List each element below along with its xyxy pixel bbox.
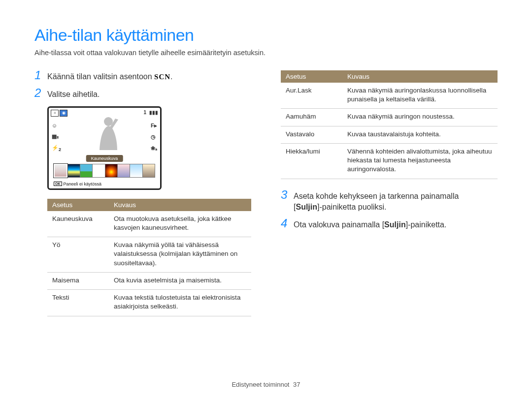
table-row: VastavaloKuvaa taustavalaistuja kohteita… — [281, 126, 498, 143]
face-detect-icon: ☺ — [52, 123, 61, 128]
size-icon: ⌗ — [51, 110, 59, 117]
thumb-sunset — [105, 164, 118, 178]
step-1-text-pre: Käännä tilan valitsin asentoon — [47, 72, 154, 81]
panel-off-hint: OK Paneeli ei käytössä — [54, 182, 101, 186]
settings-table-2: Asetus Kuvaus Aur.LaskKuvaa näkymiä auri… — [281, 70, 498, 179]
step-4-post: ]-painiketta. — [406, 220, 447, 229]
lcd-preview: ⌗ ◉ 1 ▮▮▮ ☺ ▦₂ ⚡2 F▸ ◷ ❀ₐ — [47, 106, 162, 190]
shots-remaining: 1 — [143, 110, 146, 115]
shutter-bold: Suljin — [384, 220, 406, 229]
table-row: KauneuskuvaOta muotokuva asetuksella, jo… — [47, 211, 251, 237]
col-setting: Asetus — [47, 199, 109, 211]
step-2: 2 Valitse aihetila. — [34, 88, 251, 100]
scene-label: Kauneuskuva — [86, 155, 123, 162]
col-setting: Asetus — [281, 70, 342, 83]
person-silhouette-icon — [85, 115, 124, 154]
step-4-pre: Ota valokuva painamalla [ — [294, 220, 384, 229]
step-1: 1 Käännä tilan valitsin asentoon SCN. — [34, 70, 251, 82]
table-row: AamuhämKuvaa näkymiä auringon noustessa. — [281, 109, 498, 126]
table-row: Hiekka/lumiVähennä kohteiden alivalottum… — [281, 143, 498, 179]
timer-icon: ◷ — [151, 134, 157, 140]
ok-button-icon: OK — [54, 182, 62, 186]
step-number: 2 — [34, 87, 47, 99]
battery-icon: ▮▮▮ — [149, 110, 158, 115]
step-4: 4 Ota valokuva painamalla [Suljin]-paini… — [281, 218, 498, 230]
mode-scn-icon: SCN — [154, 73, 170, 81]
step-3-line1: Aseta kohde kehykseen ja tarkenna painam… — [294, 192, 459, 200]
svg-point-0 — [104, 117, 113, 126]
thumb-landscape — [80, 164, 93, 178]
page-subtitle: Aihe-tilassa voit ottaa valokuvan tietyl… — [34, 49, 498, 57]
step-2-text: Valitse aihetila. — [47, 88, 100, 100]
metering-icon: ▦₂ — [52, 133, 61, 140]
table-row: MaisemaOta kuvia asetelmista ja maisemis… — [47, 272, 251, 289]
page-title: Aihe-tilan käyttäminen — [34, 26, 498, 45]
macro-icon: ❀ₐ — [151, 145, 157, 152]
table-row: YöKuvaa näkymiä yöllä tai vähäisessä val… — [47, 237, 251, 273]
quality-icon: F▸ — [151, 123, 157, 129]
footer-section: Edistyneet toiminnot — [232, 381, 289, 388]
flash-icon: ⚡2 — [52, 145, 61, 152]
step-3: 3 Aseta kohde kehykseen ja tarkenna pain… — [281, 190, 498, 213]
page-footer: Edistyneet toiminnot 37 — [0, 381, 532, 388]
step-3-rest: ]-painiketta puoliksi. — [317, 203, 387, 211]
table-row: TekstiKuvaa tekstiä tulostetuista tai el… — [47, 290, 251, 316]
col-desc: Kuvaus — [342, 70, 498, 83]
thumb-night — [67, 164, 80, 178]
thumb-backlight — [130, 164, 142, 178]
thumb-text — [92, 164, 105, 178]
step-1-text-post: . — [170, 72, 172, 81]
thumb-beauty — [54, 164, 67, 178]
thumb-dawn — [117, 164, 130, 178]
step-number: 3 — [281, 189, 294, 201]
mode-badge-icon: ◉ — [60, 110, 67, 117]
settings-table-1: Asetus Kuvaus KauneuskuvaOta muotokuva a… — [47, 199, 251, 316]
footer-page-number: 37 — [293, 381, 300, 388]
scene-thumbnails — [54, 164, 155, 178]
thumb-sand — [142, 164, 155, 178]
table-row: Aur.LaskKuvaa näkymiä auringonlaskussa l… — [281, 83, 498, 109]
step-number: 1 — [34, 69, 47, 81]
col-desc: Kuvaus — [109, 199, 251, 211]
shutter-bold: Suljin — [296, 203, 317, 211]
step-number: 4 — [281, 217, 294, 229]
